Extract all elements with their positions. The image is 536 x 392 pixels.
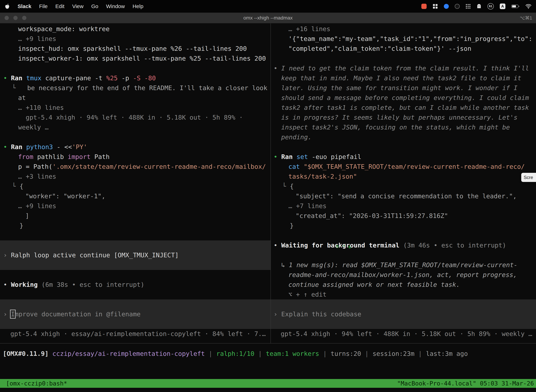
output-line: } — [0, 221, 270, 231]
output-line: "worker": "worker-1", — [0, 191, 270, 201]
menu-item-view[interactable]: View — [72, 3, 83, 9]
text-segment: import — [68, 153, 94, 160]
text-segment: { — [19, 183, 23, 190]
text-segment: '.omx/state/team/review-current-readme-a… — [53, 163, 266, 170]
text-segment: "completed","claim_token":"claim-token"}… — [288, 45, 471, 52]
app-menu[interactable]: Slack — [18, 3, 31, 9]
text-cursor: I — [11, 311, 15, 318]
terminal-window: workspace_mode: worktree… +9 linesinspec… — [0, 23, 536, 392]
text-segment: • — [3, 143, 11, 150]
menu-item-go[interactable]: Go — [91, 3, 98, 9]
mailbox-notice-line: readme-and-reco/mailbox/worker-1.json, a… — [271, 270, 536, 280]
menu-item-window[interactable]: Window — [106, 3, 125, 9]
output-line: └ { — [271, 182, 536, 191]
text-segment: mprove documentation in @filename — [15, 311, 140, 318]
text-segment: is in progress? It seems likely but perh… — [281, 114, 517, 121]
omx-turns: turns:20 — [330, 350, 361, 357]
text-segment: should send a message before completing … — [281, 94, 529, 101]
text-segment: weekly … — [18, 124, 48, 131]
thinking-line: later. Using the same for transition mig… — [271, 83, 536, 93]
input-source-badge[interactable]: A — [500, 4, 505, 9]
screen-recording-icon[interactable] — [421, 4, 427, 9]
text-segment: inspect_hud: omx sparkshell --tmux-pane … — [18, 45, 247, 52]
output-line: ] — [0, 211, 270, 221]
menu-item-file[interactable]: File — [39, 3, 48, 9]
omx-status-line: [OMX#0.11.9] cczip/essay/ai-reimplementa… — [0, 349, 536, 359]
text-segment: "worker": "worker-1", — [25, 192, 105, 200]
menu-item-edit[interactable]: Edit — [55, 3, 65, 9]
text-segment: be necessary for the end of the README. … — [27, 84, 267, 92]
thinking-line: is in progress? It seems likely but perh… — [271, 112, 536, 122]
blue-app-icon[interactable] — [444, 4, 449, 9]
screen-capture-overlay[interactable]: Scre — [521, 173, 536, 182]
text-segment: › — [3, 311, 11, 318]
truncation-line: … +3 lines — [0, 172, 270, 182]
waiting-status-line: • Waiting for background terminal (3m 46… — [271, 240, 536, 250]
truncation-line: … +110 lines — [0, 103, 270, 112]
battery-icon[interactable] — [511, 4, 519, 9]
zoom-button[interactable] — [22, 16, 26, 20]
omx-branch: cczip/essay/ai-reimplementation-copyleft — [53, 350, 205, 357]
text-segment: tmux — [26, 75, 45, 82]
dark-app-icon[interactable] — [455, 4, 460, 9]
text-segment: "$OMX_TEAM_STATE_ROOT/team/review-curren… — [304, 163, 525, 170]
hud-line: inspect_worker-1: omx sparkshell --tmux-… — [0, 54, 270, 63]
text-segment: inspect task2's JSON, focusing on the st… — [281, 124, 510, 131]
window-grid-icon[interactable] — [433, 4, 438, 9]
text-segment: inspect_worker-1: omx sparkshell --tmux-… — [18, 55, 266, 62]
window-title-bar: omx --xhigh --madmax ⌥⌘1 — [0, 13, 536, 23]
truncation-line: … +7 lines — [271, 201, 536, 211]
wifi-icon[interactable] — [526, 4, 531, 9]
ralph-loop-banner: › Ralph loop active continue [OMX_TMUX_I… — [0, 240, 270, 270]
text-segment: capture-pane -t — [45, 75, 106, 82]
tmux-status-bar: [omx-cczip0:bash* "MacBook-Pro-44.local"… — [0, 379, 536, 388]
text-segment: - << — [57, 143, 72, 150]
text-segment: … +7 lines — [288, 202, 326, 210]
ghost-icon[interactable] — [477, 4, 482, 9]
text-segment: pending. — [281, 134, 312, 141]
code-line: p = Path('.omx/state/team/review-current… — [0, 162, 270, 172]
code-line: tasks/task-2.json" — [271, 172, 536, 182]
text-segment: -S -80 — [133, 75, 156, 82]
context-footer-line: gpt-5.4 xhigh · essay/ai-reimplementatio… — [0, 329, 270, 339]
blank-line — [271, 142, 536, 152]
minimize-button[interactable] — [13, 16, 18, 20]
right-pane[interactable]: … +16 lines'{"team_name":"my-team","task… — [271, 23, 536, 343]
text-segment: Working — [11, 281, 41, 288]
prompt-input[interactable]: › Improve documentation in @filename — [0, 299, 270, 329]
prompt-suggestion[interactable]: › Explain this codebase — [271, 299, 536, 329]
blank-line — [271, 54, 536, 63]
text-segment: "subject": "send a concise recommendatio… — [296, 192, 517, 200]
text-segment: └ — [12, 84, 27, 92]
apple-menu-icon[interactable] — [5, 4, 10, 9]
text-segment: cat — [288, 163, 304, 170]
menu-item-help[interactable]: Help — [133, 3, 144, 9]
tmux-session-window: [omx-cczip0:bash* — [6, 379, 67, 388]
thinking-line: task2 after task1 is complete, but can I… — [271, 103, 536, 112]
text-segment: ] — [25, 212, 29, 219]
text-segment: } — [19, 222, 23, 229]
hud-line: workspace_mode: worktree — [0, 24, 270, 34]
output-line: } — [271, 221, 536, 231]
truncation-line: … +9 lines — [0, 34, 270, 44]
close-button[interactable] — [5, 16, 9, 20]
text-segment: └ — [12, 183, 19, 190]
mailbox-notice-line: continue assigned work or next feasible … — [271, 280, 536, 289]
omx-session-time: session:23m — [373, 350, 414, 357]
text-segment: ⌥ + ↑ edit — [288, 291, 326, 298]
text-segment: %25 — [106, 75, 121, 82]
thinking-line: pending. — [271, 132, 536, 142]
separator: | — [205, 350, 216, 357]
hud-line: inspect_hud: omx sparkshell --tmux-pane … — [0, 44, 270, 54]
blank-line — [0, 270, 270, 280]
left-pane[interactable]: workspace_mode: worktree… +9 linesinspec… — [0, 23, 271, 343]
text-segment: (6m 38s • esc to interrupt) — [42, 281, 144, 288]
truncation-line: … +9 lines — [0, 201, 270, 211]
code-line: cat "$OMX_TEAM_STATE_ROOT/team/review-cu… — [271, 162, 536, 172]
apps-grid-icon[interactable] — [466, 4, 471, 9]
output-line: "created_at": "2026-03-31T11:59:27.816Z" — [271, 211, 536, 221]
battery-percent-badge[interactable]: 61 — [488, 3, 494, 9]
text-segment: set — [297, 153, 312, 160]
output-line: at — [0, 93, 270, 103]
text-segment: continue assigned work or next feasible … — [288, 281, 460, 288]
